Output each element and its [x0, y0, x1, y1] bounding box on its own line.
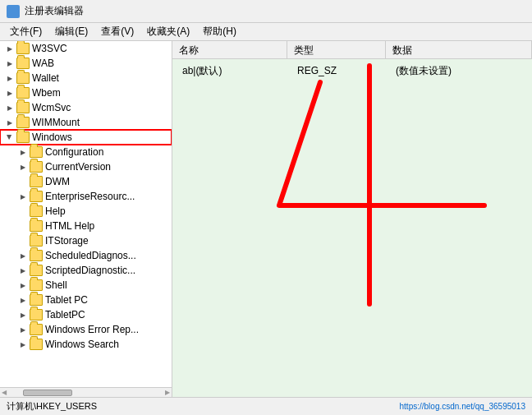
col-header-name: 名称: [172, 41, 287, 58]
folder-icon-dwm: [30, 176, 43, 187]
tree-item-htmlhelp[interactable]: ▶ HTML Help: [0, 219, 172, 233]
expand-arrow-currentversion: ▶: [16, 160, 30, 173]
tree-label-configuration: Configuration: [45, 146, 103, 158]
folder-icon-wab: [16, 58, 30, 69]
tree-item-wbem[interactable]: ▶ Wbem: [0, 85, 172, 100]
folder-icon-wbem: [16, 87, 30, 99]
tree-item-itstorage[interactable]: ▶ ITStorage: [0, 233, 172, 248]
tree-pane: ▶ W3SVC ▶ WAB ▶ Wallet: [0, 41, 172, 397]
reg-row-default[interactable]: ab|(默认) REG_SZ (数值未设置): [176, 62, 529, 79]
menu-edit[interactable]: 编辑(E): [48, 24, 94, 39]
app-icon: [7, 5, 20, 18]
folder-icon-tabletpc-space: [30, 294, 43, 306]
app-window: 注册表编辑器 文件(F) 编辑(E) 查看(V) 收藏夹(A) 帮助(H) ▶ …: [0, 0, 532, 415]
tree-content: ▶ W3SVC ▶ WAB ▶ Wallet: [0, 41, 172, 387]
tree-label-wimmount: WIMMount: [32, 117, 80, 128]
menu-help[interactable]: 帮助(H): [196, 24, 243, 39]
expand-arrow-enterpriseresource: ▶: [16, 190, 30, 203]
status-url: https://blog.csdn.net/qq_36595013: [400, 402, 525, 411]
tree-label-itstorage: ITStorage: [45, 235, 89, 247]
expand-arrow-wbem: ▶: [3, 86, 16, 99]
folder-icon-scheduleddiagnostics: [30, 250, 43, 261]
reg-data-default: (数值未设置): [389, 63, 529, 79]
title-bar: 注册表编辑器: [0, 0, 532, 23]
folder-icon-currentversion: [30, 161, 43, 173]
expand-arrow-scheduleddiagnostics: ▶: [16, 249, 30, 262]
folder-icon-windowssearch: [30, 339, 43, 350]
right-header: 名称 类型 数据: [172, 41, 532, 59]
status-bar: 计算机\HKEY_USERS https://blog.csdn.net/qq_…: [0, 397, 532, 415]
tree-horizontal-scrollbar[interactable]: ◀ ▶: [0, 387, 172, 397]
expand-arrow-scripteddiagnostic: ▶: [16, 264, 30, 277]
expand-arrow-tabletpc-space: ▶: [16, 293, 30, 307]
folder-icon-wallet: [16, 72, 30, 84]
tree-item-scripteddiagnostic[interactable]: ▶ ScriptedDiagnostic...: [0, 263, 172, 278]
tree-item-enterpriseresource[interactable]: ▶ EnterpriseResourc...: [0, 189, 172, 204]
folder-icon-winerrorrep: [30, 324, 43, 335]
right-pane: 名称 类型 数据 ab|(默认) REG_SZ (数值未设置): [172, 41, 532, 397]
expand-arrow-wimmount: ▶: [3, 116, 16, 129]
tree-item-windowssearch[interactable]: ▶ Windows Search: [0, 337, 172, 352]
menu-view[interactable]: 查看(V): [94, 24, 140, 39]
tree-label-wbem: Wbem: [32, 87, 61, 99]
tree-label-enterpriseresource: EnterpriseResourc...: [45, 191, 135, 202]
tree-item-wab[interactable]: ▶ WAB: [0, 56, 172, 71]
tree-label-htmlhelp: HTML Help: [45, 220, 94, 232]
expand-arrow-windowssearch: ▶: [16, 338, 30, 351]
reg-name-default: ab|(默认): [176, 63, 291, 79]
right-content: ab|(默认) REG_SZ (数值未设置): [172, 59, 532, 82]
tree-item-help[interactable]: ▶ Help: [0, 204, 172, 219]
tree-label-currentversion: CurrentVersion: [45, 161, 111, 173]
menu-bar: 文件(F) 编辑(E) 查看(V) 收藏夹(A) 帮助(H): [0, 23, 532, 41]
tree-label-tabletpc-space: Tablet PC: [45, 294, 88, 306]
tree-item-scheduleddiagnostics[interactable]: ▶ ScheduledDiagnos...: [0, 248, 172, 263]
scrollbar-thumb[interactable]: [23, 390, 72, 396]
folder-icon-enterpriseresource: [30, 191, 43, 202]
folder-icon-w3svc: [16, 43, 30, 54]
tree-label-scripteddiagnostic: ScriptedDiagnostic...: [45, 265, 135, 276]
status-path: 计算机\HKEY_USERS: [7, 400, 97, 413]
annotation-drawing: [172, 41, 532, 397]
folder-icon-windows: [16, 131, 30, 143]
folder-icon-wimmount: [16, 117, 30, 128]
folder-icon-htmlhelp: [30, 220, 43, 232]
tree-label-w3svc: W3SVC: [32, 43, 67, 54]
folder-icon-shell: [30, 279, 43, 291]
expand-arrow-configuration: ▶: [16, 145, 30, 159]
tree-item-windows[interactable]: ▶ Windows: [0, 130, 172, 145]
expand-arrow-wallet: ▶: [3, 71, 16, 85]
expand-arrow-wcmsvc: ▶: [3, 101, 16, 114]
folder-icon-configuration: [30, 146, 43, 158]
main-container: ▶ W3SVC ▶ WAB ▶ Wallet: [0, 41, 532, 397]
folder-icon-wcmsvc: [16, 102, 30, 113]
menu-favorites[interactable]: 收藏夹(A): [140, 24, 196, 39]
tree-label-tabletpc: TabletPC: [45, 309, 85, 320]
menu-file[interactable]: 文件(F): [3, 24, 48, 39]
tree-label-winerrorrep: Windows Error Rep...: [45, 324, 139, 335]
tree-item-shell[interactable]: ▶ Shell: [0, 278, 172, 293]
tree-label-wcmsvc: WcmSvc: [32, 102, 71, 113]
col-header-data: 数据: [386, 41, 532, 58]
expand-arrow-windows: ▶: [3, 131, 16, 144]
tree-label-shell: Shell: [45, 279, 67, 291]
tree-item-wallet[interactable]: ▶ Wallet: [0, 71, 172, 85]
tree-item-currentversion[interactable]: ▶ CurrentVersion: [0, 159, 172, 174]
col-header-type: 类型: [287, 41, 386, 58]
tree-item-dwm[interactable]: ▶ DWM: [0, 174, 172, 189]
tree-label-help: Help: [45, 205, 66, 217]
expand-arrow-winerrorrep: ▶: [16, 323, 30, 336]
tree-item-configuration[interactable]: ▶ Configuration: [0, 145, 172, 159]
folder-icon-scripteddiagnostic: [30, 265, 43, 276]
tree-item-wcmsvc[interactable]: ▶ WcmSvc: [0, 100, 172, 115]
expand-arrow-shell: ▶: [16, 279, 30, 292]
tree-item-w3svc[interactable]: ▶ W3SVC: [0, 41, 172, 56]
tree-item-winerrorrep[interactable]: ▶ Windows Error Rep...: [0, 322, 172, 337]
tree-item-wimmount[interactable]: ▶ WIMMount: [0, 115, 172, 130]
tree-item-tabletpc[interactable]: ▶ TabletPC: [0, 307, 172, 322]
tree-label-windows: Windows: [32, 131, 72, 143]
tree-label-scheduleddiagnostics: ScheduledDiagnos...: [45, 250, 136, 261]
expand-arrow-w3svc: ▶: [3, 42, 16, 55]
reg-type-default: REG_SZ: [291, 64, 389, 77]
tree-item-tabletpc-space[interactable]: ▶ Tablet PC: [0, 293, 172, 307]
tree-label-dwm: DWM: [45, 176, 70, 187]
